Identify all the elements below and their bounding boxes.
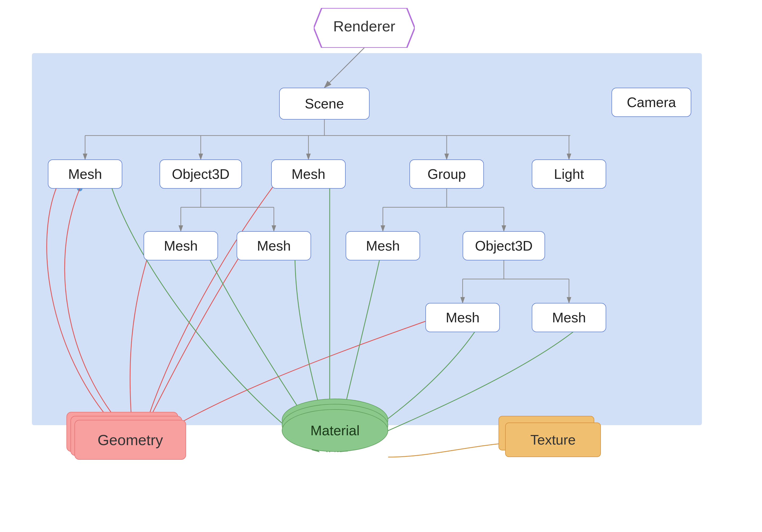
- mesh5-label: Mesh: [366, 238, 400, 254]
- camera-node[interactable]: Camera: [612, 88, 691, 117]
- mesh2-label: Mesh: [291, 166, 325, 182]
- group-node[interactable]: Group: [410, 160, 484, 189]
- object3d1-node[interactable]: Object3D: [160, 160, 242, 189]
- svg-text:Renderer: Renderer: [333, 18, 395, 34]
- mesh7-node[interactable]: Mesh: [532, 303, 606, 332]
- mesh3-label: Mesh: [164, 238, 197, 254]
- geometry-node-front[interactable]: Geometry: [74, 420, 186, 460]
- renderer-node[interactable]: Renderer: [314, 8, 415, 48]
- mesh2-node[interactable]: Mesh: [271, 160, 345, 189]
- object3d2-node[interactable]: Object3D: [463, 231, 545, 260]
- mesh5-node[interactable]: Mesh: [345, 231, 420, 260]
- scene-label: Scene: [305, 96, 344, 112]
- mesh4-label: Mesh: [257, 238, 291, 254]
- camera-label: Camera: [627, 94, 676, 110]
- diagram-container: Renderer Scene Camera Mesh Object3D Mesh…: [0, 0, 762, 532]
- material-label: Material: [311, 423, 360, 438]
- group-label: Group: [427, 166, 466, 182]
- light-node[interactable]: Light: [532, 160, 606, 189]
- mesh1-label: Mesh: [68, 166, 102, 182]
- mesh7-label: Mesh: [552, 309, 586, 325]
- object3d1-label: Object3D: [172, 166, 230, 182]
- scene-node[interactable]: Scene: [279, 88, 370, 120]
- mesh6-node[interactable]: Mesh: [425, 303, 500, 332]
- texture-node-front[interactable]: Texture: [505, 423, 601, 457]
- mesh4-node[interactable]: Mesh: [237, 231, 311, 260]
- light-label: Light: [554, 166, 584, 182]
- geometry-label: Geometry: [98, 431, 163, 448]
- mesh3-node[interactable]: Mesh: [144, 231, 218, 260]
- mesh1-node[interactable]: Mesh: [48, 160, 122, 189]
- material-node-front[interactable]: Material: [282, 409, 388, 452]
- mesh6-label: Mesh: [446, 309, 479, 325]
- object3d2-label: Object3D: [475, 238, 533, 254]
- texture-label: Texture: [530, 432, 576, 448]
